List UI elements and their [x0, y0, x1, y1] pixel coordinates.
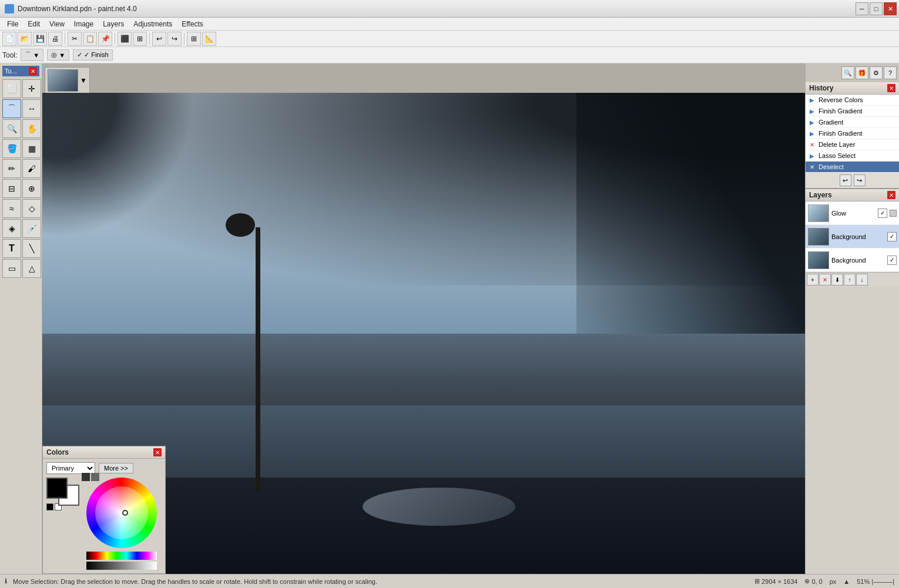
layers-panel-header: Layers ✕ — [806, 189, 899, 201]
history-undo-button[interactable]: ↩ — [840, 174, 851, 186]
print-button[interactable]: 🖨 — [48, 32, 62, 46]
history-item-label: Deselect — [819, 163, 844, 170]
freeform-shape-tool[interactable]: △ — [22, 259, 41, 278]
new-file-button[interactable]: 📄 — [2, 32, 16, 46]
copy-button[interactable]: 📋 — [83, 32, 97, 46]
antialiasing-btn[interactable]: ◎ ▼ — [47, 49, 69, 61]
color-hue-bar[interactable] — [86, 552, 157, 560]
clone-stamp-tool[interactable]: ⊕ — [22, 179, 41, 198]
menu-file[interactable]: File — [2, 19, 23, 29]
eraser-tool[interactable]: ⊟ — [2, 179, 21, 198]
rectangle-select-tool[interactable]: ⬜ — [2, 79, 21, 98]
menu-adjustments[interactable]: Adjustments — [129, 19, 177, 29]
paint-bucket-tool[interactable]: 🪣 — [2, 139, 21, 158]
layer-visibility-bg1[interactable]: ✓ — [887, 232, 897, 241]
save-file-button[interactable]: 💾 — [33, 32, 47, 46]
add-layer-button[interactable]: + — [807, 274, 819, 285]
maximize-button[interactable]: □ — [870, 2, 883, 15]
move-layer-down-button[interactable]: ↓ — [856, 274, 868, 285]
menu-image[interactable]: Image — [69, 19, 98, 29]
title-bar: Downtown Kirkland.pdn - paint.net 4.0 🔍 … — [0, 0, 899, 18]
zoom-tool[interactable]: 🔍 — [2, 119, 21, 138]
layer-visibility-glow[interactable]: ✓ — [878, 209, 887, 218]
layer-item-background-2[interactable]: Background ✓ — [806, 248, 899, 272]
unit-arrow: ▲ — [843, 578, 850, 585]
menu-view[interactable]: View — [45, 19, 69, 29]
tool-selector[interactable]: ⌒ ▼ — [21, 49, 43, 61]
history-item[interactable]: ▶ Finish Gradient — [806, 128, 899, 139]
right-gift-btn[interactable]: 🎁 — [856, 66, 868, 79]
open-file-button[interactable]: 📂 — [18, 32, 32, 46]
text-tool[interactable]: T — [2, 239, 21, 258]
move-tool[interactable]: ✛ — [22, 79, 41, 98]
coordinates-icon: ⊕ — [804, 577, 810, 585]
grid-button[interactable]: ⊞ — [187, 32, 201, 46]
history-item[interactable]: ▶ Finish Gradient — [806, 106, 899, 117]
history-item-label: Reverse Colors — [819, 96, 863, 103]
layer-item-background-1[interactable]: Background ✓ — [806, 225, 899, 248]
recolor-tool[interactable]: ◈ — [2, 219, 21, 238]
history-item-icon: ▶ — [808, 96, 816, 104]
canvas-tab[interactable]: ▼ — [45, 67, 90, 93]
move-layer-up-button[interactable]: ↑ — [844, 274, 856, 285]
color-picker-tool[interactable]: 💉 — [22, 219, 41, 238]
smudge-tool[interactable]: ≈ — [2, 199, 21, 218]
close-button[interactable]: ✕ — [884, 2, 897, 15]
menu-edit[interactable]: Edit — [23, 19, 45, 29]
status-dimensions: ⊞ 2904 × 1634 — [754, 577, 797, 585]
tab-dropdown-icon[interactable]: ▼ — [80, 76, 87, 85]
pencil-tool[interactable]: ✏ — [2, 159, 21, 178]
cut-button[interactable]: ✂ — [68, 32, 82, 46]
color-gray-bar[interactable] — [86, 562, 157, 570]
right-settings-btn[interactable]: ⚙ — [870, 66, 883, 79]
pan-tool[interactable]: ✋ — [22, 119, 41, 138]
paste-button[interactable]: 📌 — [98, 32, 112, 46]
more-colors-button[interactable]: More >> — [99, 463, 133, 473]
shape-tool[interactable]: ▭ — [2, 259, 21, 278]
layer-thumbnail-bg1 — [808, 228, 829, 246]
right-search-btn[interactable]: 🔍 — [841, 66, 854, 79]
swap-colors-button[interactable] — [82, 473, 90, 481]
resize-button[interactable]: ⊞ — [133, 32, 147, 46]
layer-visibility-bg2[interactable]: ✓ — [887, 256, 897, 265]
tools-panel-close[interactable]: ✕ — [29, 67, 37, 75]
crop-button[interactable]: ⬛ — [118, 32, 132, 46]
history-item-lasso[interactable]: ▶ Lasso Select — [806, 150, 899, 162]
antialiasing-icon: ◎ — [51, 51, 57, 59]
sharpen-tool[interactable]: ◇ — [22, 199, 41, 218]
merge-down-button[interactable]: ⬇ — [831, 274, 843, 285]
history-item[interactable]: ✕ Delete Layer — [806, 139, 899, 150]
tools-panel-title: To... — [5, 68, 17, 75]
black-swatch[interactable] — [46, 503, 53, 510]
colors-close-button[interactable]: ✕ — [153, 448, 162, 456]
color-wheel[interactable] — [86, 478, 157, 548]
finish-button[interactable]: ✓ ✓ Finish — [73, 49, 112, 61]
zoom-slider[interactable]: |———| — [871, 578, 894, 585]
tree-top-left — [42, 93, 195, 237]
lasso-select-tool[interactable]: ⌒ — [2, 99, 21, 118]
history-item[interactable]: ▶ Reverse Colors — [806, 95, 899, 106]
reset-colors-button[interactable] — [91, 473, 99, 481]
history-close-button[interactable]: ✕ — [887, 84, 895, 92]
undo-button[interactable]: ↩ — [152, 32, 166, 46]
right-help-btn[interactable]: ? — [884, 66, 897, 79]
gradient-tool[interactable]: ▦ — [22, 139, 41, 158]
paintbrush-tool[interactable]: 🖌 — [22, 159, 41, 178]
minimize-button[interactable]: ─ — [856, 2, 868, 15]
right-panels: 🔍 🎁 ⚙ ? History ✕ ▶ Reverse Colors ▶ Fin… — [805, 63, 899, 574]
layer-item-glow[interactable]: Glow ✓ — [806, 201, 899, 225]
layers-close-button[interactable]: ✕ — [887, 191, 895, 199]
ruler-button[interactable]: 📐 — [202, 32, 216, 46]
line-tool[interactable]: ╲ — [22, 239, 41, 258]
color-mode-selector[interactable]: Primary Secondary — [46, 462, 95, 474]
redo-button[interactable]: ↪ — [167, 32, 182, 46]
history-item-deselect[interactable]: ✕ Deselect — [806, 162, 899, 173]
history-item[interactable]: ▶ Gradient — [806, 117, 899, 128]
move-selection-tool[interactable]: ↔ — [22, 99, 41, 118]
foreground-color-swatch[interactable] — [46, 478, 68, 499]
menu-effects[interactable]: Effects — [177, 19, 207, 29]
delete-layer-button[interactable]: ✕ — [819, 274, 831, 285]
menu-layers[interactable]: Layers — [98, 19, 129, 29]
status-coordinates: ⊕ 0, 0 — [804, 577, 822, 585]
history-redo-button[interactable]: ↪ — [854, 174, 866, 186]
